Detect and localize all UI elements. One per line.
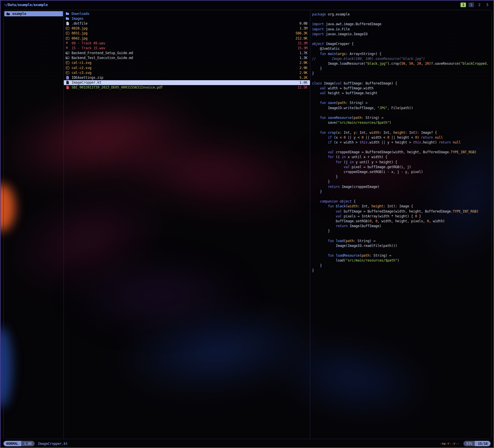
permissions-text: -rw-r--r-- [439,442,459,446]
file-size: 1.3K [299,56,307,60]
code-line: return Image(croppedImage) [312,184,491,189]
code-line: val height = buffImage.height [312,91,491,96]
file-size-badge: 1.6K [21,441,35,446]
code-line: if (x < 0 || y < 0 || width < 0 || heigh… [312,135,491,140]
file-size: 212.9K [295,36,307,40]
tab-3[interactable]: 3 [485,3,490,7]
code-line: ImageIO.write(buffImage, "JPG", File(pat… [312,106,491,111]
tab-bar: 1 123 [461,3,490,7]
file-size: 2.9K [299,66,307,70]
file-size: 15.3M [297,41,307,45]
task-count-badge: 1 [461,3,466,7]
file-row[interactable]: .dotfile0.0B [64,21,310,26]
code-line: } [312,174,491,179]
code-line: for (j in y until y + height) { [312,160,491,165]
file-size: 1.7K [299,51,307,55]
code-line: companion object { [312,199,491,204]
file-size: 0.0B [299,21,307,25]
code-line [312,111,491,115]
code-line [312,194,491,199]
status-bar: NORMAL 1.6K ImageCropper.kt -rw-r--r-- 9… [3,441,491,446]
file-name: Backend_Frontend_Setup_Guide.md [72,51,297,55]
file-name: cal-c3.svg [72,71,297,75]
status-left: NORMAL 1.6K ImageCropper.kt [3,441,68,446]
file-size: 12.5K [297,85,307,89]
file-size: 2.9K [299,61,307,65]
image-icon [66,31,70,35]
code-line: val pixels = IntArray(width * height) { … [312,214,491,219]
code-line: } [312,66,491,71]
code-line [312,233,491,238]
file-name: 0042.jpg [72,36,293,40]
code-line: fun saveResource(path: String) = [312,115,491,120]
code-line: object ImageCropper { [312,42,491,46]
tab-2[interactable]: 2 [477,3,482,7]
file-row[interactable]: SBI_0032013739_2023_DE05_0003155631Invoi… [64,85,310,90]
mode-badge: NORMAL [3,441,21,446]
code-line: Image(ImageIO.read(File(path))) [312,243,491,248]
file-size: 1.3M [299,26,307,30]
file-row[interactable]: 15 - Track 15.wav15.3M [64,46,310,50]
breadcrumb-path: ~/Data/example/example [4,3,48,7]
parent-panel[interactable]: example [4,10,64,439]
preview-panel[interactable]: package org.example import java.awt.imag… [310,10,491,439]
file-row[interactable]: ImageCropper.kt1.6K [64,80,310,85]
code-line [312,76,491,81]
code-line: fun black(width: Int, height: Int): Imag… [312,204,491,209]
image-icon [66,66,70,70]
file-name: Downloads [72,12,305,16]
parent-item[interactable]: example [4,11,63,16]
audio-icon [66,46,70,50]
file-row[interactable]: 0042.jpg212.9K [64,36,310,41]
file-row[interactable]: 09 - Track 09.wav15.3M [64,41,310,46]
code-line: for (i in x until x + width) { [312,155,491,160]
code-line: // Image.black(100, 100).saveResource("b… [312,56,491,61]
folder-icon [6,12,10,16]
code-line: if (x + width > this.width || y + height… [312,140,491,145]
file-icon [66,80,70,85]
file-name: IDEAsettings.zip [72,76,297,80]
file-name: cal-c1.svg [72,61,297,65]
file-row[interactable]: Images [64,16,310,21]
file-row[interactable]: cal-c2.svg2.9K [64,65,310,70]
folder-icon [66,12,70,16]
code-line: val croppedImage = BufferedImage(width, … [312,150,491,155]
position-pill: 93% 15/16 [463,441,491,446]
file-row[interactable]: 0028.jpg1.3M [64,26,310,31]
code-line: import java.awt.image.BufferedImage [312,22,491,27]
file-row[interactable]: 0031.jpg586.3K [64,31,310,36]
code-line [312,96,491,101]
zip-icon [66,76,70,80]
file-icon [66,21,70,25]
panels-frame: example DownloadsImages.dotfile0.0B0028.… [3,10,492,439]
file-row[interactable]: cal-c1.svg2.9K [64,60,310,65]
folder-icon [66,17,70,21]
code-line: import java.io.File [312,27,491,32]
code-line: import javax.imageio.ImageIO [312,32,491,37]
percent-badge: 93% [463,441,475,446]
code-line: } [312,263,491,268]
audio-icon [66,41,70,45]
code-line: } [312,189,491,194]
current-panel[interactable]: DownloadsImages.dotfile0.0B0028.jpg1.3M0… [64,10,310,439]
image-icon [66,71,70,75]
tab-1[interactable]: 1 [469,3,474,7]
file-name: Images [72,17,305,21]
code-line: Image.loadResource("black.jpg").crop(50,… [312,61,491,66]
code-line: fun loadResource(path: String) = [312,253,491,258]
code-line: class Image(val buffImage: BufferedImage… [312,81,491,86]
file-row[interactable]: IDEAsettings.zip5.2K [64,75,310,80]
code-line: } [312,179,491,184]
file-name: ImageCropper.kt [72,80,297,85]
markdown-icon [66,51,70,55]
file-row[interactable]: cal-c3.svg2.9K [64,70,310,75]
code-line: val buffImage = BufferedImage(width, hei… [312,209,491,214]
file-name: cal-c2.svg [72,66,297,70]
code-line: fun main(args: Array<String>) { [312,52,491,56]
image-icon [66,26,70,30]
file-row[interactable]: Backend_Frontend_Setup_Guide.md1.7K [64,51,310,56]
file-row[interactable]: Downloads [64,11,310,16]
file-row[interactable]: Backend_Test_Execution_Guide.md1.3K [64,56,310,60]
code-line: fun load(path: String) = [312,239,491,243]
code-line: } [312,268,491,273]
